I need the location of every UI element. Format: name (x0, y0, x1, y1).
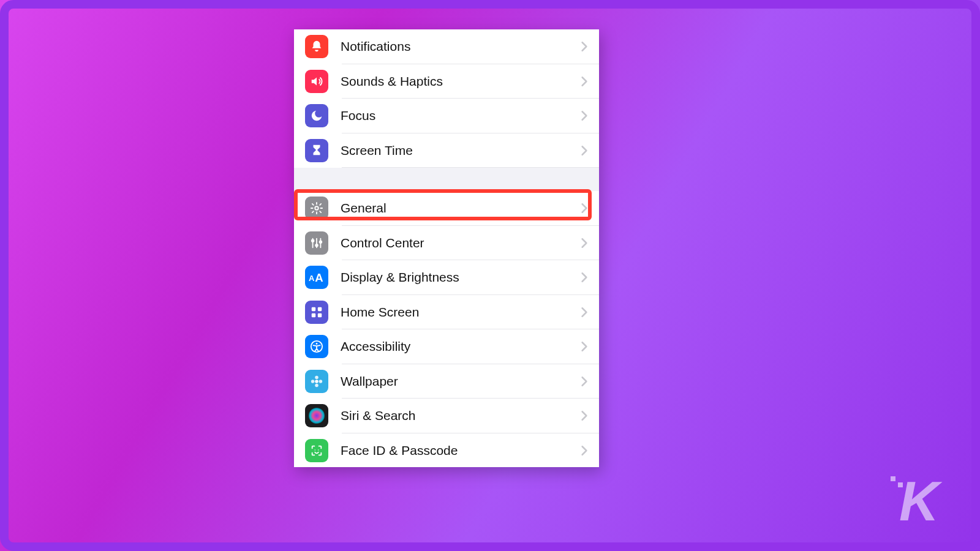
sliders-icon (305, 231, 328, 255)
gear-icon (305, 197, 328, 220)
settings-row-focus[interactable]: Focus (294, 99, 599, 133)
svg-rect-24 (891, 476, 895, 481)
settings-row-label: Accessibility (341, 339, 581, 354)
svg-point-0 (315, 207, 318, 211)
chevron-right-icon (581, 76, 588, 87)
chevron-right-icon (581, 203, 588, 214)
svg-point-16 (315, 376, 318, 380)
svg-rect-11 (312, 313, 315, 317)
settings-row-label: General (341, 201, 581, 216)
settings-row-display[interactable]: AADisplay & Brightness (294, 260, 599, 295)
svg-point-22 (315, 449, 315, 450)
svg-text:A: A (315, 271, 323, 284)
svg-text:A: A (309, 274, 315, 283)
settings-row-home-screen[interactable]: Home Screen (294, 295, 599, 330)
settings-row-label: Notifications (341, 39, 581, 54)
settings-row-wallpaper[interactable]: Wallpaper (294, 364, 599, 399)
settings-row-label: Focus (341, 108, 581, 123)
chevron-right-icon (581, 145, 588, 156)
chevron-right-icon (581, 410, 588, 421)
face-id-icon (305, 439, 328, 462)
settings-row-faceid[interactable]: Face ID & Passcode (294, 433, 599, 468)
hourglass-icon (305, 139, 328, 162)
flower-icon (305, 370, 328, 393)
moon-icon (305, 104, 328, 127)
settings-row-label: Screen Time (341, 143, 581, 158)
group-separator (294, 168, 599, 191)
settings-row-screentime[interactable]: Screen Time (294, 133, 599, 168)
settings-row-label: Display & Brightness (341, 270, 581, 285)
bell-icon (305, 35, 328, 58)
settings-row-control-center[interactable]: Control Center (294, 226, 599, 261)
settings-group: GeneralControl CenterAADisplay & Brightn… (294, 191, 599, 467)
chevron-right-icon (581, 238, 588, 249)
settings-row-notifications[interactable]: Notifications (294, 29, 599, 64)
svg-point-6 (320, 241, 322, 243)
settings-row-general[interactable]: General (294, 191, 599, 226)
svg-point-5 (315, 244, 318, 247)
chevron-right-icon (581, 110, 588, 121)
svg-point-21 (309, 408, 325, 424)
settings-row-sounds[interactable]: Sounds & Haptics (294, 64, 599, 99)
chevron-right-icon (581, 41, 588, 52)
svg-text:K: K (899, 471, 943, 529)
chevron-right-icon (581, 376, 588, 387)
siri-icon (305, 404, 328, 427)
svg-point-17 (315, 383, 318, 387)
text-size-icon: AA (305, 266, 328, 289)
svg-point-19 (319, 380, 323, 383)
watermark-logo: K (881, 468, 954, 529)
svg-point-23 (318, 449, 318, 450)
settings-row-accessibility[interactable]: Accessibility (294, 329, 599, 364)
chevron-right-icon (581, 272, 588, 283)
svg-rect-9 (312, 307, 315, 311)
chevron-right-icon (581, 307, 588, 318)
svg-rect-10 (318, 307, 322, 311)
row-separator (342, 167, 599, 168)
grid-icon (305, 301, 328, 324)
settings-group: NotificationsSounds & HapticsFocusScreen… (294, 29, 599, 168)
accessibility-icon (305, 335, 328, 358)
svg-point-4 (312, 239, 314, 242)
svg-point-18 (311, 380, 314, 383)
settings-panel: NotificationsSounds & HapticsFocusScreen… (294, 29, 599, 467)
settings-row-label: Sounds & Haptics (341, 74, 581, 89)
svg-rect-12 (318, 313, 322, 317)
settings-row-label: Face ID & Passcode (341, 443, 581, 458)
chevron-right-icon (581, 445, 588, 456)
settings-row-label: Wallpaper (341, 374, 581, 389)
svg-point-15 (315, 380, 318, 383)
chevron-right-icon (581, 341, 588, 352)
settings-row-siri[interactable]: Siri & Search (294, 399, 599, 433)
settings-row-label: Siri & Search (341, 408, 581, 423)
speaker-icon (305, 70, 328, 93)
svg-point-14 (316, 343, 318, 345)
settings-row-label: Control Center (341, 236, 581, 250)
settings-row-label: Home Screen (341, 305, 581, 320)
